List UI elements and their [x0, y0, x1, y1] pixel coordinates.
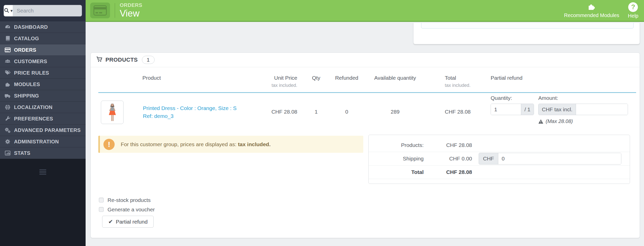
- truck-icon: [4, 92, 11, 99]
- sidebar-item-preferences[interactable]: PREFERENCES: [0, 113, 86, 125]
- sidebar-item-customers[interactable]: CUSTOMERS: [0, 56, 86, 67]
- page-header: ORDERS View Recommended Modules ? Help: [86, 0, 644, 22]
- sidebar-item-modules[interactable]: MODULES: [0, 79, 86, 90]
- total-value: CHF 28.08: [428, 93, 484, 131]
- breadcrumb: ORDERS: [120, 2, 142, 8]
- products-panel-title: PRODUCTS: [105, 57, 138, 63]
- qty-value: 1: [301, 93, 331, 131]
- col-partial-refund: Partial refund: [484, 75, 636, 88]
- help-button[interactable]: ? Help: [628, 2, 638, 19]
- sidebar-item-label: DASHBOARD: [14, 24, 48, 30]
- search-input[interactable]: [13, 5, 82, 16]
- help-label: Help: [628, 13, 638, 19]
- sidebar-item-stats[interactable]: STATS: [0, 147, 86, 159]
- dashboard-icon: [4, 23, 11, 31]
- check-icon: ✔: [108, 218, 113, 225]
- tax-info-alert: ! For this customer group, prices are di…: [98, 136, 363, 153]
- help-icon: ?: [628, 2, 638, 12]
- sidebar-item-label: MODULES: [14, 81, 40, 87]
- products-panel: PRODUCTS 1 Product Unit Price tax includ…: [90, 52, 640, 238]
- exclamation-icon: !: [103, 139, 115, 150]
- sidebar-item-price-rules[interactable]: PRICE RULES: [0, 67, 86, 79]
- partial-refund-button[interactable]: ✔ Partial refund: [102, 216, 154, 228]
- shipping-refund-input[interactable]: [498, 153, 621, 164]
- restock-checkbox[interactable]: [99, 198, 104, 202]
- refund-quantity-input[interactable]: [491, 104, 521, 115]
- total-value: CHF 28.08: [424, 169, 472, 175]
- products-panel-header: PRODUCTS 1: [91, 53, 640, 67]
- voucher-option[interactable]: Generate a voucher: [99, 205, 155, 214]
- sidebar-item-orders[interactable]: ORDERS: [0, 44, 86, 56]
- shipping-currency-addon: CHF: [479, 153, 498, 164]
- users-icon: [4, 58, 11, 65]
- page-head: ORDERS View: [86, 2, 142, 19]
- sidebar-item-catalog[interactable]: CATALOG: [0, 33, 86, 44]
- refund-amount-input[interactable]: [576, 104, 628, 115]
- cart-icon: [96, 56, 103, 64]
- table-row: Printed Dress - Color : Orange, Size : S…: [98, 93, 636, 131]
- refund-quantity-max-addon: / 1: [521, 104, 534, 115]
- sidebar-item-localization[interactable]: LOCALIZATION: [0, 102, 86, 113]
- refunded-value: 0: [331, 93, 362, 131]
- shipping-label: Shipping: [369, 156, 424, 162]
- credit-card-icon: [4, 46, 11, 53]
- sidebar-item-label: ADMINISTRATION: [14, 139, 59, 145]
- restock-option[interactable]: Re-stock products: [99, 195, 155, 205]
- product-thumbnail[interactable]: [101, 101, 124, 124]
- sidebar-item-label: LOCALIZATION: [14, 104, 52, 110]
- sidebar-item-label: STATS: [14, 150, 30, 156]
- warning-triangle-icon: [538, 119, 543, 124]
- tax-info-text: For this customer group, prices are disp…: [121, 141, 271, 147]
- voucher-checkbox[interactable]: [99, 207, 104, 212]
- col-unit-price-sub: tax included.: [255, 83, 297, 88]
- sidebar-item-shipping[interactable]: SHIPPING: [0, 90, 86, 102]
- col-total: Total tax included.: [428, 75, 484, 88]
- globe-icon: [4, 104, 11, 111]
- sidebar-footer: [0, 159, 86, 246]
- search-control: ▾: [4, 5, 82, 17]
- sidebar-item-label: CATALOG: [14, 36, 39, 42]
- refund-quantity-label: Quantity:: [491, 95, 534, 101]
- puzzle-icon: [587, 3, 596, 11]
- search-scope-button[interactable]: ▾: [4, 5, 13, 16]
- search-icon: [4, 8, 9, 14]
- col-product: Product: [98, 75, 255, 88]
- sidebar-nav: DASHBOARD CATALOG ORDERS CUSTOMERS PRICE…: [0, 21, 86, 159]
- col-total-sub: tax included.: [445, 83, 484, 88]
- recommended-modules-button[interactable]: Recommended Modules: [564, 3, 619, 18]
- tags-icon: [4, 69, 11, 76]
- order-totals-box: Products: CHF 28.08 Shipping CHF 0.00 CH…: [368, 135, 630, 184]
- available-quantity-value: 289: [362, 93, 428, 131]
- products-count-badge: 1: [142, 56, 155, 64]
- header-divider: [115, 3, 115, 18]
- product-ref-link[interactable]: Ref: demo_3: [143, 112, 237, 120]
- partial-refund-cell: Quantity: / 1 Amount: CHF tax incl.: [484, 93, 636, 131]
- refund-options: Re-stock products Generate a voucher: [99, 195, 155, 214]
- products-table: Product Unit Price tax included. Qty Ref…: [98, 67, 636, 131]
- totals-total-row: Total CHF 28.08: [369, 166, 630, 179]
- col-qty: Qty: [301, 75, 331, 88]
- sidebar-item-dashboard[interactable]: DASHBOARD: [0, 21, 86, 33]
- sidebar-item-label: CUSTOMERS: [14, 59, 47, 64]
- refund-amount-addon: CHF tax incl.: [539, 104, 576, 115]
- shipping-value: CHF 0.00: [424, 156, 472, 162]
- collapse-menu-icon[interactable]: [39, 169, 46, 175]
- page-title: View: [120, 8, 142, 19]
- totals-shipping-row: Shipping CHF 0.00 CHF: [369, 152, 630, 166]
- product-name-link[interactable]: Printed Dress - Color : Orange, Size : S: [143, 104, 237, 112]
- sidebar-item-administration[interactable]: ADMINISTRATION: [0, 136, 86, 147]
- order-status-inner-box: [421, 23, 634, 29]
- chevron-down-icon: ▾: [10, 9, 13, 13]
- voucher-label: Generate a voucher: [108, 207, 155, 213]
- sidebar-search-zone: ▾: [0, 0, 86, 21]
- sidebar-item-advanced-parameters[interactable]: ADVANCED PARAMETERS: [0, 125, 86, 136]
- products-total-label: Products:: [369, 142, 424, 148]
- recommended-modules-label: Recommended Modules: [564, 12, 619, 18]
- book-icon: [4, 35, 11, 42]
- unit-price-value: CHF 28.08: [255, 93, 301, 131]
- col-available-quantity: Available quantity: [362, 75, 428, 88]
- products-total-value: CHF 28.08: [424, 142, 472, 148]
- product-cell: Printed Dress - Color : Orange, Size : S…: [98, 93, 255, 131]
- puzzle-icon: [4, 81, 11, 88]
- wrench-icon: [4, 115, 11, 122]
